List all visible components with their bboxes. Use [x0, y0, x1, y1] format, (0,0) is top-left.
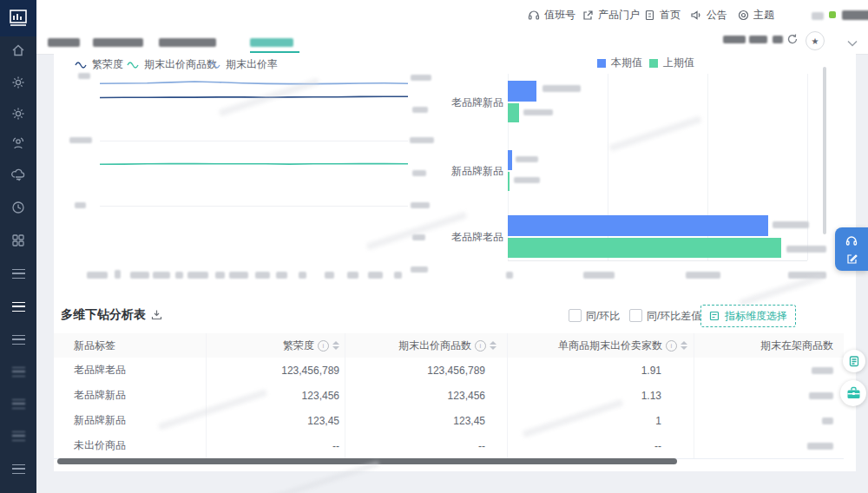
- tab-2[interactable]: [93, 38, 143, 47]
- compare-checkbox[interactable]: [569, 309, 582, 322]
- document-icon: [644, 10, 655, 21]
- bar-chart-logo-icon: [9, 9, 28, 28]
- star-icon: ★: [812, 36, 819, 46]
- sidebar-item-settings-2[interactable]: [0, 103, 36, 124]
- menu-theme[interactable]: 主题: [738, 0, 774, 30]
- bar-current-old-brand-old[interactable]: [508, 215, 768, 236]
- bar-previous-old-brand-new[interactable]: [508, 103, 519, 122]
- sort-icon[interactable]: [332, 341, 339, 350]
- chart-vertical-scrollbar[interactable]: [823, 67, 826, 234]
- info-icon[interactable]: i: [475, 340, 486, 352]
- compare-checkbox-label[interactable]: 同/环比: [586, 309, 620, 324]
- cell-value: --: [207, 433, 345, 458]
- sidebar-item-list-3[interactable]: [0, 361, 36, 382]
- sidebar-item-list-1[interactable]: [0, 263, 36, 284]
- bar-previous-old-brand-old[interactable]: [508, 238, 781, 258]
- redacted-value-label: [773, 221, 809, 228]
- legend-label: 繁荣度: [92, 57, 123, 72]
- redacted-text: [812, 367, 833, 374]
- redacted-tick-label: [87, 272, 108, 279]
- table-row[interactable]: 老品牌新品 123,456 123,456 1.13: [54, 383, 844, 409]
- list-icon: [12, 335, 25, 345]
- redacted-tick-label: [187, 272, 208, 279]
- compare-diff-checkbox[interactable]: [629, 309, 642, 322]
- headset-icon[interactable]: [845, 234, 858, 246]
- bar-category-label: 老品牌老品: [434, 230, 503, 245]
- redacted-axis-label: [411, 75, 431, 81]
- legend-item-previous-period[interactable]: 上期值: [649, 56, 694, 70]
- bar-plot-area[interactable]: [508, 74, 807, 260]
- sidebar-item-home[interactable]: [0, 40, 36, 61]
- headset-icon: [528, 9, 540, 21]
- sidebar-item-list-4[interactable]: [0, 393, 36, 414]
- redacted-value-label: [523, 109, 553, 115]
- menu-announcement[interactable]: 公告: [690, 0, 727, 30]
- cell-value: 123,456,789: [207, 358, 345, 383]
- gridline: [807, 74, 808, 260]
- tab-1[interactable]: [48, 38, 80, 47]
- tab-3[interactable]: [159, 38, 216, 47]
- redacted-text: [749, 36, 767, 43]
- redacted-tick-label: [583, 272, 615, 279]
- cell-label: 老品牌新品: [54, 383, 207, 408]
- refresh-button[interactable]: [786, 33, 799, 49]
- sidebar-item-list-5[interactable]: [0, 425, 36, 446]
- favorite-button[interactable]: ★: [806, 31, 825, 50]
- bar-current-new-brand-new[interactable]: [508, 150, 512, 170]
- redacted-text: [807, 443, 833, 450]
- legend-item-current-period[interactable]: 本期值: [597, 56, 642, 70]
- redacted-tick-label: [394, 272, 402, 279]
- app-logo[interactable]: [0, 0, 36, 36]
- list-icon: [12, 464, 25, 474]
- floating-report-button[interactable]: [843, 350, 865, 372]
- menu-label: 主题: [753, 8, 774, 23]
- column-header-prosperity[interactable]: 繁荣度 i: [207, 333, 345, 358]
- legend-label: 期末出价商品数: [144, 57, 217, 72]
- menu-duty-number[interactable]: 值班号: [528, 0, 575, 30]
- cell-label: 老品牌老品: [54, 358, 207, 383]
- clock-icon: [11, 200, 25, 214]
- sidebar-item-list-active[interactable]: [0, 296, 36, 317]
- bar-previous-new-brand-new[interactable]: [508, 172, 510, 191]
- legend-item-prosperity[interactable]: 繁荣度: [75, 57, 123, 72]
- sidebar-item-history[interactable]: [0, 197, 36, 218]
- legend-item-bid-rate[interactable]: 期末出价率: [208, 57, 278, 72]
- metric-button-label: 指标维度选择: [725, 309, 787, 324]
- sidebar-item-settings-1[interactable]: [0, 72, 36, 93]
- list-icon: [12, 302, 25, 312]
- metric-dimension-select-button[interactable]: 指标维度选择: [700, 305, 796, 327]
- sort-icon[interactable]: [490, 341, 496, 350]
- tab-4-active[interactable]: [250, 38, 293, 47]
- line-series-icon: [127, 61, 139, 69]
- column-header-seller-count[interactable]: 单商品期末出价卖家数 i: [508, 333, 694, 358]
- redacted-value-label: [514, 177, 540, 183]
- sidebar-item-user-broadcast[interactable]: [0, 134, 36, 154]
- sidebar-item-apps[interactable]: [0, 230, 36, 251]
- table-row[interactable]: 未出价商品 -- -- --: [54, 433, 844, 459]
- cell-value: 123,456,789: [345, 358, 508, 383]
- table-download-button[interactable]: [151, 308, 162, 324]
- sort-icon[interactable]: [681, 341, 687, 350]
- sidebar-item-list-6[interactable]: [0, 458, 36, 479]
- menu-homepage[interactable]: 首页: [644, 0, 681, 30]
- floating-help-panel[interactable]: [835, 227, 868, 271]
- dashboard-card: 繁荣度 期末出价商品数 期末出价率: [54, 54, 856, 471]
- menu-product-portal[interactable]: 产品门户: [582, 0, 640, 30]
- column-header-on-shelf-count[interactable]: 期末在架商品数: [694, 333, 844, 358]
- sidebar-item-sync[interactable]: [0, 165, 36, 186]
- redacted-value-label: [542, 85, 581, 92]
- column-header-label[interactable]: 新品标签: [54, 333, 207, 358]
- bar-current-old-brand-new[interactable]: [508, 81, 536, 102]
- table-row[interactable]: 老品牌老品 123,456,789 123,456,789 1.91: [54, 358, 844, 384]
- info-icon[interactable]: i: [666, 340, 677, 352]
- sidebar-item-list-2[interactable]: [0, 329, 36, 350]
- redacted-axis-label: [411, 202, 430, 208]
- legend-item-bid-product-count[interactable]: 期末出价商品数: [127, 57, 217, 72]
- compare-diff-checkbox-label[interactable]: 同/环比差值: [647, 309, 701, 324]
- collapse-panel-button[interactable]: [847, 35, 858, 50]
- column-header-bid-product-count[interactable]: 期末出价商品数 i: [345, 333, 508, 358]
- speaker-icon: [690, 10, 702, 21]
- edit-icon[interactable]: [846, 253, 858, 265]
- floating-toolbox-button[interactable]: [840, 380, 866, 406]
- info-icon[interactable]: i: [318, 340, 329, 352]
